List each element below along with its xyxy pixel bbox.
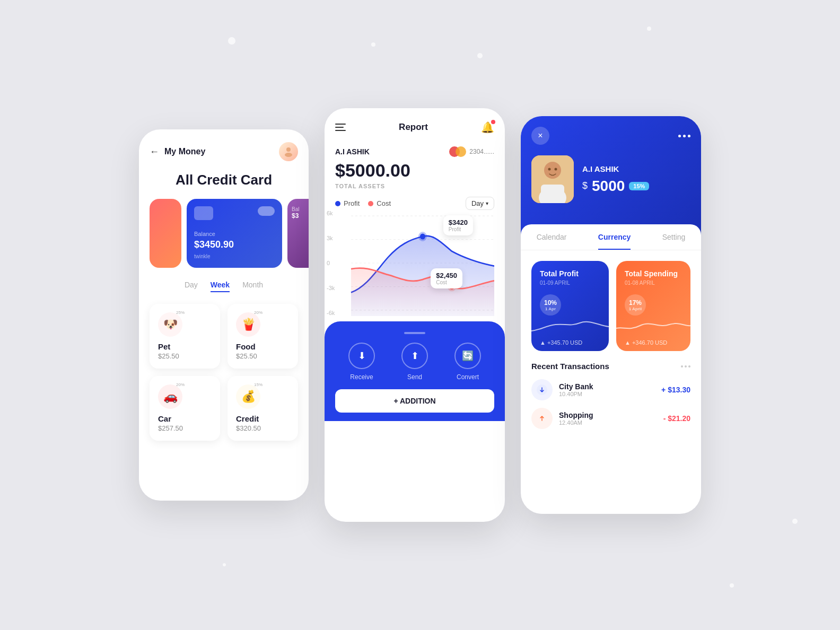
total-assets-label: TOTAL ASSETS — [335, 183, 494, 189]
profile-top: × — [521, 116, 701, 235]
mastercard-row: 2304...... — [449, 146, 494, 157]
total-spending-card: Total Spending 01-08 APRIL 17% 1 April ▲… — [616, 261, 690, 351]
transaction-city-bank[interactable]: City Bank 10.40PM + $13.30 — [531, 379, 690, 400]
profile-balance: $ 5000 15% — [582, 178, 649, 195]
back-arrow-icon[interactable]: ← — [150, 146, 159, 158]
pet-icon-wrap: 🐶 25% — [158, 312, 182, 337]
send-label: Send — [407, 373, 422, 381]
category-credit[interactable]: 💰 15% Credit $320.50 — [228, 376, 298, 441]
cost-tooltip: $2,450 Cost — [431, 268, 462, 288]
convert-icon: 🔄 — [454, 343, 481, 369]
total-profit-card: Total Profit 01-09 APRIL 10% 1 Apr ▲ +34… — [531, 261, 609, 351]
send-button[interactable]: ⬆ Send — [401, 343, 428, 381]
pet-percent: 25% — [176, 310, 185, 315]
profit-cards-row: Total Profit 01-09 APRIL 10% 1 Apr ▲ +34… — [531, 261, 690, 351]
citybank-time: 10.40PM — [559, 391, 593, 397]
car-icon: 🚗 — [163, 390, 178, 404]
cost-dot — [368, 201, 373, 206]
svg-point-15 — [548, 168, 551, 171]
svg-point-1 — [285, 153, 292, 157]
shopping-name: Shopping — [559, 411, 593, 419]
tab-month[interactable]: Month — [242, 281, 263, 292]
chevron-down-icon: ▾ — [486, 200, 488, 206]
profit-card-date: 01-09 APRIL — [540, 280, 600, 286]
dot — [685, 365, 687, 368]
category-food[interactable]: 🍟 20% Food $25.50 — [228, 304, 298, 369]
report-title: Report — [399, 122, 428, 133]
profit-dot — [335, 201, 340, 206]
svg-point-0 — [286, 147, 291, 152]
profit-tooltip-label: Profit — [449, 226, 468, 232]
profit-percent: 10% — [544, 299, 557, 307]
spending-percent-sub: 1 April — [629, 307, 642, 311]
tab-calendar[interactable]: Calendar — [537, 233, 567, 250]
convert-button[interactable]: 🔄 Convert — [454, 343, 481, 381]
report-balance: $5000.00 — [335, 160, 494, 181]
spending-usd: ▲ +346.70 USD — [625, 339, 667, 346]
cost-label: Cost — [377, 199, 391, 207]
balance-amount: $3450.90 — [194, 239, 275, 250]
shopping-amount: - $21.20 — [663, 414, 690, 423]
drag-handle — [404, 332, 425, 334]
food-percent: 20% — [254, 310, 262, 315]
transactions-more-button[interactable] — [681, 365, 690, 368]
legend-profit: Profit — [335, 199, 360, 207]
card-purple-amount: $3 — [292, 212, 309, 220]
card-toggle[interactable] — [258, 206, 275, 216]
food-name: Food — [236, 342, 290, 351]
spending-mini-chart — [616, 315, 690, 336]
citybank-icon — [531, 379, 553, 400]
more-options-button[interactable] — [678, 135, 690, 137]
tab-week[interactable]: Week — [211, 281, 230, 292]
credit-icon-wrap: 💰 15% — [236, 384, 260, 409]
notification-dot — [491, 120, 495, 124]
shopping-info: Shopping 12.40AM — [559, 411, 593, 426]
card-chip-icon — [194, 206, 213, 220]
legend-items: Profit Cost — [335, 199, 391, 207]
tab-currency[interactable]: Currency — [598, 233, 631, 250]
pet-name: Pet — [158, 342, 212, 351]
menu-icon[interactable] — [335, 124, 346, 131]
close-button[interactable]: × — [531, 127, 549, 145]
close-icon: × — [538, 131, 542, 141]
y-axis-labels: 6k 3k 0 -3k -6k — [327, 210, 335, 316]
category-grid: 🐶 25% Pet $25.50 🍟 20% Food $25.50 🚗 20% — [150, 304, 298, 441]
bell-icon[interactable]: 🔔 — [481, 121, 494, 134]
profile-content: Total Profit 01-09 APRIL 10% 1 Apr ▲ +34… — [521, 250, 701, 447]
credit-icon: 💰 — [241, 390, 256, 404]
tab-day[interactable]: Day — [185, 281, 198, 292]
shopping-icon — [531, 408, 553, 429]
category-pet[interactable]: 🐶 25% Pet $25.50 — [150, 304, 220, 369]
card-brand: twinkle — [194, 253, 275, 259]
phone-3-profile: × — [521, 116, 701, 514]
category-car[interactable]: 🚗 20% Car $257.50 — [150, 376, 220, 441]
profit-label: Profit — [344, 199, 360, 207]
y-minus3k: -3k — [327, 285, 335, 291]
addition-button[interactable]: + ADDITION — [335, 389, 494, 413]
svg-point-16 — [555, 168, 557, 171]
balance-value: 5000 — [592, 178, 625, 195]
transaction-shopping[interactable]: Shopping 12.40AM - $21.20 — [531, 408, 690, 429]
report-top: Report 🔔 A.I ASHIK 2304...... $5000.00 T… — [325, 108, 505, 210]
phone1-header-left: ← My Money — [150, 146, 205, 158]
food-icon-wrap: 🍟 20% — [236, 312, 260, 337]
legend-cost: Cost — [368, 199, 391, 207]
phone-1-my-money: ← My Money All Credit Card Balance $3450… — [139, 129, 309, 501]
cards-row: Balance $3450.90 twinkle Bal $3 — [150, 199, 298, 268]
citybank-name: City Bank — [559, 382, 593, 391]
txn-left-shopping: Shopping 12.40AM — [531, 408, 593, 429]
tab-setting[interactable]: Setting — [662, 233, 686, 250]
credit-name: Credit — [236, 414, 290, 423]
spending-card-title: Total Spending — [625, 269, 682, 278]
profit-card-title: Total Profit — [540, 269, 600, 278]
phones-container: ← My Money All Credit Card Balance $3450… — [139, 108, 701, 522]
shopping-time: 12.40AM — [559, 419, 593, 426]
dot — [681, 365, 683, 368]
day-filter-select[interactable]: Day ▾ — [466, 197, 494, 210]
receive-button[interactable]: ⬇ Receive — [348, 343, 375, 381]
balance-label: Balance — [194, 231, 275, 237]
food-amount: $25.50 — [236, 352, 290, 360]
cost-tooltip-amount: $2,450 — [436, 272, 457, 279]
svg-rect-14 — [541, 185, 564, 203]
bottom-bar: ⬇ Receive ⬆ Send 🔄 Convert + ADDITION — [325, 321, 505, 421]
